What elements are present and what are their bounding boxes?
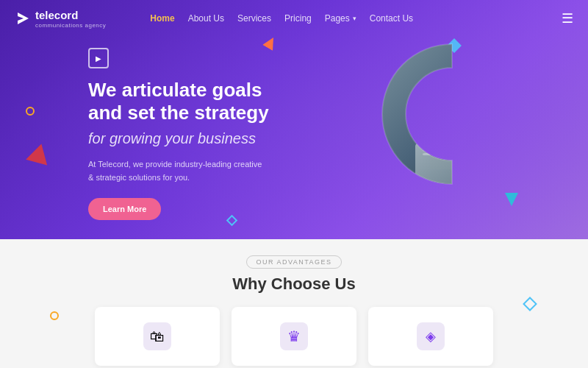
cards-row: 🛍 ♛ ◈ (0, 307, 588, 366)
nav-services[interactable]: Services (237, 13, 271, 24)
nav-pages[interactable]: Pages ▾ (325, 13, 356, 24)
learn-more-button[interactable]: Learn More (88, 198, 161, 220)
crown-icon-wrap: ♛ (280, 322, 308, 350)
svg-point-2 (431, 70, 473, 114)
hero-image-area (375, 37, 537, 206)
section-title: Why Choose Us (0, 275, 588, 294)
nav-contact[interactable]: Contact Us (370, 13, 413, 24)
card-crown[interactable]: ♛ (232, 307, 356, 366)
pages-dropdown-arrow: ▾ (353, 15, 356, 22)
deco-circle-bottom-left (50, 311, 59, 320)
c-shape-svg (375, 37, 529, 195)
deco-circle-left (26, 107, 35, 116)
diamond-icon-wrap: ◈ (417, 322, 445, 350)
bag-checkmark-icon: 🛍 (150, 328, 165, 345)
card-diamond[interactable]: ◈ (368, 307, 493, 366)
hero-subtitle: for growing your business (88, 129, 316, 148)
nav-about[interactable]: About Us (188, 13, 224, 24)
nav-right: ☰ (554, 10, 573, 26)
svg-marker-0 (18, 13, 29, 24)
svg-rect-5 (423, 147, 474, 151)
nav-pricing[interactable]: Pricing (284, 13, 312, 24)
logo-icon (15, 10, 31, 26)
bottom-section: OUR ADVANTAGES Why Choose Us 🛍 ♛ ◈ (0, 239, 588, 368)
play-button[interactable] (88, 48, 109, 68)
hero-title: We articulate goals and set the strategy (88, 79, 316, 124)
advantages-badge: OUR ADVANTAGES (246, 255, 341, 269)
card-bag[interactable]: 🛍 (95, 307, 220, 366)
navbar: telecord communications agency Home Abou… (0, 0, 588, 37)
bag-icon-wrap: 🛍 (143, 322, 171, 350)
hero-content: We articulate goals and set the strategy… (88, 48, 316, 220)
hamburger-menu[interactable]: ☰ (562, 10, 573, 26)
brand-tagline: communications agency (35, 22, 106, 29)
crown-icon: ♛ (287, 328, 301, 345)
hero-description: At Telecord, we provide industry-leading… (88, 158, 265, 184)
advantages-label: OUR ADVANTAGES (0, 254, 588, 269)
diamond-icon: ◈ (426, 328, 436, 344)
logo[interactable]: telecord communications agency (15, 9, 106, 29)
nav-home[interactable]: Home (150, 13, 174, 24)
nav-links: Home About Us Services Pricing Pages ▾ C… (150, 13, 413, 24)
brand-name: telecord (35, 9, 78, 21)
